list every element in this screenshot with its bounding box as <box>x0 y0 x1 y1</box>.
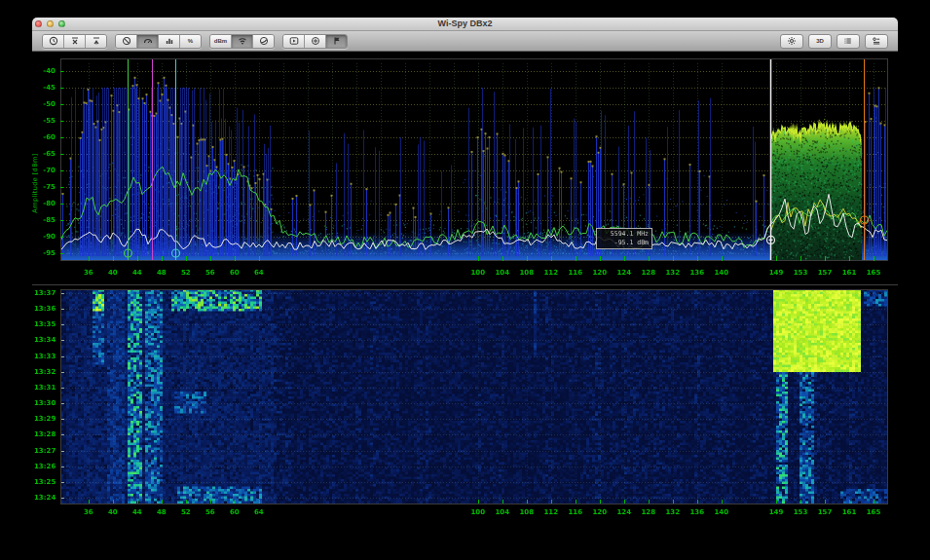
traffic-lights <box>35 20 65 27</box>
channel-tick-label: 64 <box>250 508 268 516</box>
amplitude-tick-label: -50 <box>34 100 56 108</box>
gauge-icon <box>143 36 153 46</box>
time-tick-label: 13:32 <box>34 368 56 376</box>
channel-tick-label: 56 <box>202 508 219 516</box>
time-tick-label: 13:27 <box>34 447 56 455</box>
close-button[interactable] <box>35 20 42 27</box>
channel-tick-label: 104 <box>494 269 511 277</box>
dbm-icon: dBm <box>214 38 227 44</box>
spectrum-plot[interactable] <box>60 58 888 261</box>
channel-tick-label: 56 <box>202 269 219 277</box>
time-tick-label: 13:29 <box>34 415 56 423</box>
time-tick-label: 13:37 <box>34 289 56 297</box>
amplitude-tick-label: -85 <box>34 216 56 224</box>
overlay-group: dBm <box>209 34 275 49</box>
analyzer-content: Amplitude [dBm] -40-45-50-55-60-65-70-75… <box>32 52 898 531</box>
channel-tick-label: 104 <box>494 508 511 516</box>
gear-icon <box>787 36 797 46</box>
time-tick-label: 13:31 <box>34 384 56 392</box>
panel-splitter[interactable] <box>32 284 898 285</box>
channel-tick-label: 100 <box>469 269 487 277</box>
channel-tick-label: 64 <box>250 269 268 277</box>
tooltip-amplitude: -95.1 dBm <box>600 239 649 247</box>
density-view-button[interactable] <box>137 35 159 48</box>
list-view-button[interactable] <box>837 34 860 49</box>
dbm-units-button[interactable]: dBm <box>210 35 232 48</box>
channel-tick-label: 128 <box>640 269 657 277</box>
channel-tick-label: 36 <box>80 269 97 277</box>
waterfall-plot[interactable] <box>60 289 888 504</box>
percent-icon: % <box>188 38 193 44</box>
add-marker-button[interactable] <box>305 35 326 48</box>
snap-to-min-button[interactable] <box>86 35 106 48</box>
time-tick-label: 13:25 <box>34 478 56 486</box>
channel-tick-label: 140 <box>713 269 730 277</box>
interferers-overlay-button[interactable] <box>253 35 274 48</box>
time-tick-label: 13:33 <box>34 353 56 360</box>
tooltip-frequency: 5594.1 MHz <box>600 230 649 239</box>
channel-tick-label: 124 <box>615 269 633 277</box>
time-tick-label: 13:24 <box>34 494 56 502</box>
channel-tick-label: 48 <box>153 269 170 277</box>
cursor-tooltip: 5594.1 MHz -95.1 dBm <box>596 228 652 249</box>
list-options-icon <box>872 36 881 46</box>
no-overlay-button[interactable] <box>116 35 137 48</box>
channel-tick-label: 52 <box>177 269 195 277</box>
channel-tick-label: 40 <box>104 508 122 516</box>
snap-to-max-button[interactable] <box>64 35 86 48</box>
channel-tick-label: 136 <box>688 269 706 277</box>
channel-tick-label: 120 <box>591 508 609 516</box>
channel-tick-label: 132 <box>664 269 682 277</box>
titlebar[interactable]: Wi-Spy DBx2 <box>32 18 898 31</box>
channel-tick-label: 112 <box>542 508 560 516</box>
channel-tick-label: 108 <box>518 508 536 516</box>
channel-tick-label: 112 <box>542 269 560 277</box>
channel-tick-label: 116 <box>567 269 584 277</box>
flag-icon <box>332 36 342 46</box>
channel-tick-label: 44 <box>129 269 146 277</box>
channel-tick-label: 140 <box>713 508 730 516</box>
toolbar: % dBm <box>32 31 898 52</box>
amplitude-tick-label: -55 <box>34 117 56 125</box>
time-controls-group <box>42 34 107 49</box>
channel-tick-label: 60 <box>226 269 243 277</box>
plus-circle-icon <box>311 36 320 46</box>
channel-tick-label: 132 <box>664 508 682 516</box>
maximize-button[interactable] <box>58 20 65 27</box>
time-tick-label: 13:28 <box>34 430 56 438</box>
channel-tick-label: 124 <box>615 508 633 516</box>
window-title: Wi-Spy DBx2 <box>32 18 898 30</box>
minimize-button[interactable] <box>47 20 54 27</box>
playback-button[interactable] <box>283 35 305 48</box>
amplitude-axis-label: Amplitude [dBm] <box>32 149 41 217</box>
time-tick-label: 13:34 <box>34 336 56 344</box>
channel-tick-label: 136 <box>688 508 706 516</box>
right-toolbar-group: 3D <box>780 34 888 49</box>
channel-tick-label: 153 <box>792 508 809 516</box>
time-tick-label: 13:30 <box>34 399 56 407</box>
three-d-button[interactable]: 3D <box>808 34 832 49</box>
amplitude-tick-label: -40 <box>34 67 56 75</box>
channel-tick-label: 52 <box>177 508 195 516</box>
timespan-button[interactable] <box>43 35 64 48</box>
channel-tick-label: 149 <box>767 269 785 277</box>
channel-tick-label: 161 <box>840 269 858 277</box>
bar-chart-icon <box>165 36 174 46</box>
swoosh-icon <box>259 36 269 46</box>
percent-view-button[interactable]: % <box>180 35 201 48</box>
histogram-view-button[interactable] <box>159 35 180 48</box>
wifi-icon <box>238 36 247 46</box>
channel-tick-label: 48 <box>153 508 170 516</box>
details-list-button[interactable] <box>865 34 888 49</box>
settings-button[interactable] <box>780 34 803 49</box>
channel-tick-label: 165 <box>865 269 882 277</box>
networks-overlay-button[interactable] <box>232 35 253 48</box>
arrow-to-bar-bottom-icon <box>92 36 101 46</box>
time-tick-label: 13:26 <box>34 463 56 470</box>
annotation-button[interactable] <box>326 35 347 48</box>
channel-tick-label: 36 <box>80 508 97 516</box>
list-icon <box>843 36 853 46</box>
channel-tick-label: 157 <box>816 269 834 277</box>
channel-tick-label: 128 <box>640 508 657 516</box>
channel-tick-label: 149 <box>767 508 785 516</box>
